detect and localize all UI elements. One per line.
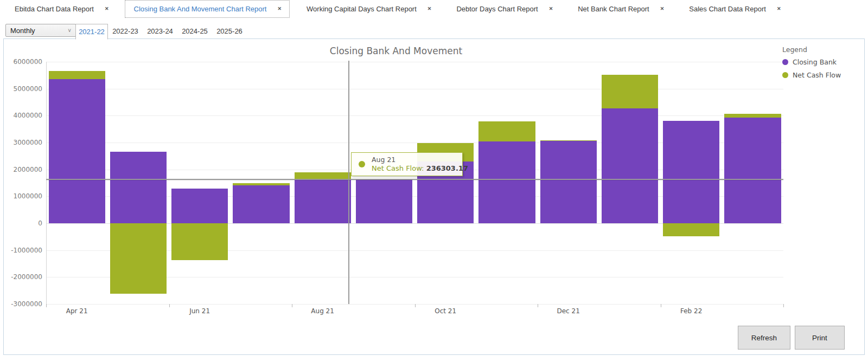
bar-closing-bank-jan-22[interactable]: [602, 108, 658, 223]
gridline: [46, 62, 783, 62]
chart-title: Closing Bank And Movement: [0, 46, 792, 56]
year-tab-2025-26[interactable]: 2025-26: [212, 24, 247, 38]
report-tab-label: Sales Chart Data Report: [689, 5, 766, 13]
y-axis-line: [46, 62, 47, 304]
bar-net-cash-flow-jul-21[interactable]: [233, 183, 289, 186]
bar-net-cash-flow-may-21[interactable]: [110, 223, 167, 294]
year-tab-2022-23[interactable]: 2022-23: [108, 24, 143, 38]
bar-net-cash-flow-nov-21[interactable]: [478, 121, 535, 141]
bar-closing-bank-nov-21[interactable]: [478, 141, 535, 223]
y-axis-tick-label: -3000000: [1, 300, 42, 308]
bar-closing-bank-sep-21[interactable]: [356, 180, 412, 223]
bar-closing-bank-jun-21[interactable]: [171, 189, 228, 223]
x-axis-tick-label: Jun 21: [178, 307, 221, 315]
y-axis-tick-label: 1000000: [1, 192, 42, 200]
year-tab-bar: 2021-22 2022-23 2023-24 2024-25 2025-26: [75, 24, 247, 39]
chart-legend: Legend Closing Bank Net Cash Flow: [782, 46, 841, 84]
bar-closing-bank-jul-21[interactable]: [233, 185, 289, 223]
year-tab-2024-25[interactable]: 2024-25: [177, 24, 212, 38]
bar-closing-bank-apr-21[interactable]: [49, 79, 105, 223]
y-axis-tick-label: 5000000: [1, 85, 42, 93]
gridline: [46, 115, 783, 116]
report-tab-bar: Ebitda Chart Data Report ✕ Closing Bank …: [0, 0, 868, 21]
year-tab-2021-22[interactable]: 2021-22: [75, 24, 108, 40]
tooltip-series-label: Net Cash Flow:: [372, 164, 424, 172]
y-axis-tick-label: -1000000: [1, 247, 42, 254]
x-axis-tick: [415, 304, 416, 307]
x-axis-tick: [46, 304, 47, 307]
close-tab-icon[interactable]: ✕: [548, 5, 554, 12]
bar-closing-bank-aug-21[interactable]: [295, 179, 351, 223]
net-cash-flow-dot-icon: [782, 72, 788, 78]
x-axis-tick-label: Dec 21: [547, 307, 590, 315]
bar-closing-bank-dec-21[interactable]: [540, 141, 597, 223]
x-axis-tick-label: Apr 21: [55, 307, 99, 315]
y-axis-tick-label: 2000000: [1, 166, 42, 173]
report-tab-label: Working Capital Days Chart Report: [307, 5, 417, 13]
crosshair-horizontal-line: [46, 179, 783, 180]
x-axis-tick: [661, 304, 661, 307]
net-cash-flow-dot-icon: [359, 161, 365, 167]
tooltip-category: Aug 21: [372, 156, 395, 164]
y-axis-tick-label: 3000000: [1, 139, 42, 146]
year-tab-2023-24[interactable]: 2023-24: [143, 24, 177, 38]
report-tab-net-bank[interactable]: Net Bank Chart Report ✕: [569, 0, 672, 18]
bar-net-cash-flow-dec-21[interactable]: [540, 140, 597, 141]
legend-title: Legend: [782, 46, 841, 54]
x-axis-tick-label: Oct 21: [424, 307, 467, 315]
y-axis-tick-label: 4000000: [1, 112, 42, 119]
period-dropdown[interactable]: Monthly ˅: [5, 24, 76, 37]
report-tab-label: Debtor Days Chart Report: [456, 5, 538, 13]
refresh-button[interactable]: Refresh: [738, 326, 790, 350]
bar-net-cash-flow-feb-22[interactable]: [663, 223, 719, 236]
bar-net-cash-flow-jan-22[interactable]: [602, 75, 658, 108]
report-tab-working-capital[interactable]: Working Capital Days Chart Report ✕: [297, 0, 439, 18]
legend-item-label: Net Cash Flow: [793, 71, 841, 79]
bar-closing-bank-feb-22[interactable]: [663, 121, 719, 223]
report-tab-debtor-days[interactable]: Debtor Days Chart Report ✕: [447, 0, 561, 18]
period-dropdown-value: Monthly: [10, 27, 35, 35]
tooltip-value-line: Net Cash Flow: 236303.17: [372, 164, 468, 172]
close-tab-icon[interactable]: ✕: [104, 5, 110, 12]
y-axis-tick-label: 6000000: [1, 58, 42, 66]
bar-net-cash-flow-mar-22[interactable]: [724, 114, 781, 118]
x-axis-tick-label: Aug 21: [301, 307, 344, 315]
x-axis-tick-label: Feb 22: [669, 307, 713, 315]
bar-closing-bank-may-21[interactable]: [110, 152, 167, 223]
report-tab-sales[interactable]: Sales Chart Data Report ✕: [680, 0, 789, 18]
y-axis-tick-label: -2000000: [1, 273, 42, 281]
report-tab-ebitda[interactable]: Ebitda Chart Data Report ✕: [5, 0, 117, 18]
close-tab-icon[interactable]: ✕: [659, 5, 666, 12]
bar-net-cash-flow-jun-21[interactable]: [171, 223, 228, 260]
app-window: Ebitda Chart Data Report ✕ Closing Bank …: [0, 0, 868, 362]
legend-item-label: Closing Bank: [793, 58, 837, 66]
x-axis-tick: [783, 304, 784, 307]
report-tab-label: Ebitda Chart Data Report: [15, 5, 94, 13]
legend-item-closing-bank[interactable]: Closing Bank: [782, 58, 841, 66]
bar-closing-bank-mar-22[interactable]: [724, 118, 781, 223]
legend-item-net-cash-flow[interactable]: Net Cash Flow: [782, 71, 841, 79]
report-tab-label: Net Bank Chart Report: [578, 5, 649, 13]
closing-bank-dot-icon: [782, 59, 788, 65]
x-axis-tick: [169, 304, 170, 307]
close-tab-icon[interactable]: ✕: [276, 5, 283, 12]
x-axis-tick: [292, 304, 292, 307]
y-axis-tick-label: 0: [1, 219, 42, 227]
print-button[interactable]: Print: [795, 326, 845, 350]
x-axis-tick: [538, 304, 538, 307]
chart-tooltip: Aug 21 Net Cash Flow: 236303.17: [351, 152, 463, 176]
close-tab-icon[interactable]: ✕: [776, 5, 782, 12]
crosshair-vertical-line: [348, 61, 349, 304]
close-tab-icon[interactable]: ✕: [426, 5, 433, 12]
bar-net-cash-flow-aug-21[interactable]: [295, 172, 351, 179]
report-tab-closing-bank[interactable]: Closing Bank And Movement Chart Report ✕: [125, 0, 290, 18]
chevron-down-icon: ˅: [68, 28, 71, 34]
tooltip-value: 236303.17: [426, 164, 468, 172]
bar-net-cash-flow-apr-21[interactable]: [49, 71, 105, 79]
gridline: [46, 89, 783, 89]
report-tab-label: Closing Bank And Movement Chart Report: [134, 5, 267, 13]
